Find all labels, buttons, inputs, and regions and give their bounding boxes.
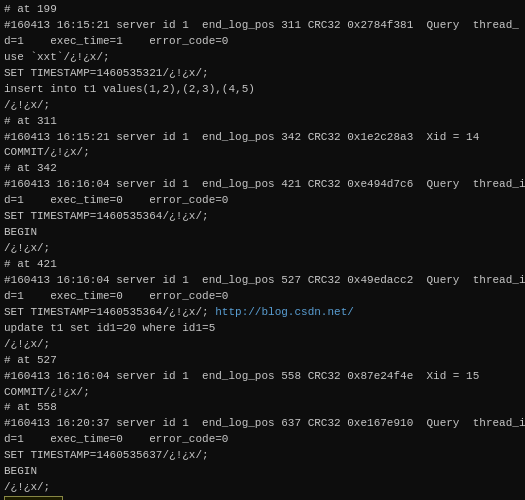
line-log-2: #160413 16:15:21 server id 1 end_log_pos… bbox=[4, 130, 521, 146]
line-update: update t1 set id1=20 where id1=5 bbox=[4, 321, 521, 337]
line-end-4: /¿!¿x/; bbox=[4, 480, 521, 496]
line-log-6: #160413 16:20:37 server id 1 end_log_pos… bbox=[4, 416, 521, 432]
line-end-2: /¿!¿x/; bbox=[4, 241, 521, 257]
url-link: http://blog.csdn.net/ bbox=[215, 306, 354, 318]
line-insert: insert into t1 values(1,2),(2,3),(4,5) bbox=[4, 82, 521, 98]
line-at-527: # at 527 bbox=[4, 353, 521, 369]
line-at-637: # at 637 bbox=[4, 496, 521, 500]
line-at-199: # at 199 bbox=[4, 2, 521, 18]
line-begin-1: BEGIN bbox=[4, 225, 521, 241]
line-at-421: # at 421 bbox=[4, 257, 521, 273]
line-commit-1: COMMIT/¿!¿x/; bbox=[4, 145, 521, 161]
line-at-558: # at 558 bbox=[4, 400, 521, 416]
line-log-3: #160413 16:16:04 server id 1 end_log_pos… bbox=[4, 177, 521, 193]
line-timestamp-1: SET TIMESTAMP=1460535321/¿!¿x/; bbox=[4, 66, 521, 82]
line-use: use `xxt`/¿!¿x/; bbox=[4, 50, 521, 66]
line-log-4: #160413 16:16:04 server id 1 end_log_pos… bbox=[4, 273, 521, 289]
line-timestamp-4: SET TIMESTAMP=1460535637/¿!¿x/; bbox=[4, 448, 521, 464]
line-at-342: # at 342 bbox=[4, 161, 521, 177]
line-log-4b: d=1 exec_time=0 error_code=0 bbox=[4, 289, 521, 305]
line-timestamp-3: SET TIMESTAMP=1460535364/¿!¿x/; http://b… bbox=[4, 305, 521, 321]
line-log-1b: d=1 exec_time=1 error_code=0 bbox=[4, 34, 521, 50]
terminal-window: # at 199 #160413 16:15:21 server id 1 en… bbox=[0, 0, 525, 500]
line-commit-2: COMMIT/¿!¿x/; bbox=[4, 385, 521, 401]
line-end-3: /¿!¿x/; bbox=[4, 337, 521, 353]
line-timestamp-2: SET TIMESTAMP=1460535364/¿!¿x/; bbox=[4, 209, 521, 225]
line-log-5: #160413 16:16:04 server id 1 end_log_pos… bbox=[4, 369, 521, 385]
line-log-3b: d=1 exec_time=0 error_code=0 bbox=[4, 193, 521, 209]
line-at-311: # at 311 bbox=[4, 114, 521, 130]
line-end-1: /¿!¿x/; bbox=[4, 98, 521, 114]
line-log-1: #160413 16:15:21 server id 1 end_log_pos… bbox=[4, 18, 521, 34]
line-begin-2: BEGIN bbox=[4, 464, 521, 480]
line-log-6b: d=1 exec_time=0 error_code=0 bbox=[4, 432, 521, 448]
